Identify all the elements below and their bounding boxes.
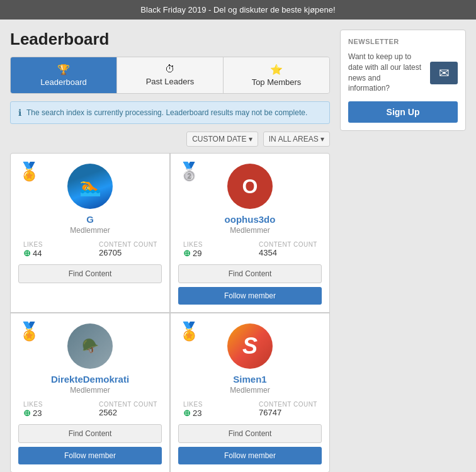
newsletter-box: NEWSLETTER Want to keep up to date with … <box>340 30 466 131</box>
cards-grid: 🏅 🏊 G Medlemmer LIKES ⊕ 44 CONTENT <box>10 153 330 472</box>
user-role-s: Medlemmer <box>230 386 269 395</box>
member-card-4: 🏅 S Simen1 Medlemmer LIKES ⊕ 23 CONTENT … <box>171 313 329 472</box>
trophy-bronze-icon-4: 🏅 <box>178 321 200 342</box>
date-filter[interactable]: CUSTOM DATE ▾ <box>186 132 258 147</box>
info-bar: ℹ The search index is currently processi… <box>10 101 330 124</box>
content-label-o: CONTENT COUNT <box>259 241 322 248</box>
stats-o: LIKES ⊕ 29 CONTENT COUNT 4354 <box>178 241 322 258</box>
newsletter-body: Want to keep up to date with all our lat… <box>348 52 458 94</box>
filters-row: CUSTOM DATE ▾ IN ALL AREAS ▾ <box>10 132 330 147</box>
signup-button[interactable]: Sign Up <box>348 101 458 123</box>
likes-value-g: ⊕ 44 <box>23 248 86 258</box>
right-column: NEWSLETTER Want to keep up to date with … <box>340 30 466 131</box>
avatar-s: S <box>227 323 273 369</box>
info-icon: ℹ <box>18 108 21 118</box>
likes-block-dd: LIKES ⊕ 23 <box>23 401 86 418</box>
content-block-o: CONTENT COUNT 4354 <box>259 241 322 258</box>
content-value-dd: 2562 <box>99 408 162 417</box>
clock-icon: ⏱ <box>121 64 219 75</box>
follow-member-s[interactable]: Follow member <box>178 447 322 464</box>
page-title: Leaderboard <box>10 30 330 49</box>
tab-top-members-label: Top Members <box>252 77 302 87</box>
likes-value-dd: ⊕ 23 <box>23 408 86 418</box>
content-label-dd: CONTENT COUNT <box>99 401 162 408</box>
trophy-silver-icon: 🥈 <box>178 161 200 182</box>
tab-past-leaders[interactable]: ⏱ Past Leaders <box>117 57 224 93</box>
tab-top-members[interactable]: ⭐ Top Members <box>224 57 329 93</box>
tab-leaderboard[interactable]: 🏆 Leaderboard <box>11 57 117 93</box>
find-content-g[interactable]: Find Content <box>18 264 162 283</box>
avatar-o: O <box>227 164 273 209</box>
avatar-dd: 🪖 <box>67 323 113 369</box>
likes-label-g: LIKES <box>23 241 86 248</box>
stats-g: LIKES ⊕ 44 CONTENT COUNT 26705 <box>18 241 162 258</box>
avatar-g: 🏊 <box>67 164 113 209</box>
member-card-1: 🏅 🏊 G Medlemmer LIKES ⊕ 44 CONTENT <box>11 154 169 312</box>
content-block-g: CONTENT COUNT 26705 <box>99 241 162 258</box>
tab-past-leaders-label: Past Leaders <box>146 77 195 86</box>
user-role-g: Medlemmer <box>70 226 110 235</box>
user-name-dd[interactable]: DirekteDemokrati <box>51 374 129 385</box>
banner-text: Black Friday 2019 - Del og diskuter de b… <box>140 5 335 14</box>
member-card-2: 🥈 O oophus3do Medlemmer LIKES ⊕ 29 CONTE… <box>171 154 329 312</box>
follow-member-o[interactable]: Follow member <box>178 287 322 305</box>
top-banner: Black Friday 2019 - Del og diskuter de b… <box>0 0 476 20</box>
user-name-o[interactable]: oophus3do <box>225 214 276 225</box>
area-filter[interactable]: IN ALL AREAS ▾ <box>263 132 330 147</box>
content-label-g: CONTENT COUNT <box>99 241 162 248</box>
content-block-dd: CONTENT COUNT 2562 <box>99 401 162 418</box>
content-value-s: 76747 <box>259 408 322 417</box>
trophy-icon: 🏆 <box>14 64 113 76</box>
follow-member-dd[interactable]: Follow member <box>18 447 162 464</box>
stats-dd: LIKES ⊕ 23 CONTENT COUNT 2562 <box>18 401 162 418</box>
newsletter-title: NEWSLETTER <box>348 38 458 45</box>
left-column: Leaderboard 🏆 Leaderboard ⏱ Past Leaders… <box>10 30 330 472</box>
tab-leaderboard-label: Leaderboard <box>40 77 87 87</box>
mail-icon: ✉ <box>430 62 458 84</box>
newsletter-text: Want to keep up to date with all our lat… <box>348 52 424 94</box>
likes-block-g: LIKES ⊕ 44 <box>23 241 86 258</box>
likes-value-o: ⊕ 29 <box>183 248 246 258</box>
user-name-g[interactable]: G <box>86 214 94 225</box>
likes-label-dd: LIKES <box>23 401 86 408</box>
content-label-s: CONTENT COUNT <box>259 401 322 408</box>
trophy-bronze-icon-3: 🏅 <box>18 321 40 342</box>
content-value-g: 26705 <box>99 248 162 257</box>
tabs-container: 🏆 Leaderboard ⏱ Past Leaders ⭐ Top Membe… <box>10 57 330 94</box>
member-card-3: 🏅 🪖 DirekteDemokrati Medlemmer LIKES ⊕ 2… <box>11 313 169 472</box>
content-value-o: 4354 <box>259 248 322 257</box>
likes-value-s: ⊕ 23 <box>183 408 246 418</box>
user-role-dd: Medlemmer <box>70 386 110 395</box>
find-content-s[interactable]: Find Content <box>178 424 322 443</box>
likes-block-o: LIKES ⊕ 29 <box>183 241 246 258</box>
content-block-s: CONTENT COUNT 76747 <box>259 401 322 418</box>
find-content-dd[interactable]: Find Content <box>18 424 162 443</box>
trophy-gold-icon: 🏅 <box>18 161 40 182</box>
likes-label-s: LIKES <box>183 401 246 408</box>
find-content-o[interactable]: Find Content <box>178 264 322 283</box>
user-role-o: Medlemmer <box>230 226 269 235</box>
user-name-s[interactable]: Simen1 <box>233 374 266 385</box>
stats-s: LIKES ⊕ 23 CONTENT COUNT 76747 <box>178 401 322 418</box>
info-bar-text: The search index is currently processing… <box>26 108 307 117</box>
likes-label-o: LIKES <box>183 241 246 248</box>
star-icon: ⭐ <box>227 64 326 76</box>
likes-block-s: LIKES ⊕ 23 <box>183 401 246 418</box>
